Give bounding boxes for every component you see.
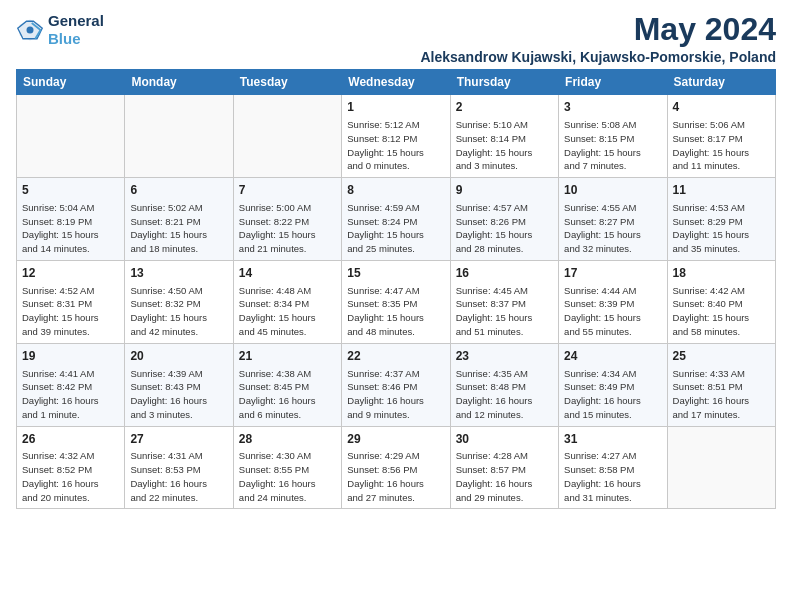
day-info: Sunrise: 5:06 AMSunset: 8:17 PMDaylight:… [673, 118, 770, 173]
calendar-cell: 17Sunrise: 4:44 AMSunset: 8:39 PMDayligh… [559, 260, 667, 343]
day-info: Sunrise: 4:37 AMSunset: 8:46 PMDaylight:… [347, 367, 444, 422]
calendar-cell [17, 95, 125, 178]
day-info: Sunrise: 4:27 AMSunset: 8:58 PMDaylight:… [564, 449, 661, 504]
day-number: 1 [347, 99, 444, 116]
calendar-week-5: 26Sunrise: 4:32 AMSunset: 8:52 PMDayligh… [17, 426, 776, 509]
day-info: Sunrise: 4:48 AMSunset: 8:34 PMDaylight:… [239, 284, 336, 339]
calendar-cell: 11Sunrise: 4:53 AMSunset: 8:29 PMDayligh… [667, 178, 775, 261]
calendar-cell: 29Sunrise: 4:29 AMSunset: 8:56 PMDayligh… [342, 426, 450, 509]
calendar-cell: 2Sunrise: 5:10 AMSunset: 8:14 PMDaylight… [450, 95, 558, 178]
day-info: Sunrise: 4:29 AMSunset: 8:56 PMDaylight:… [347, 449, 444, 504]
day-info: Sunrise: 5:08 AMSunset: 8:15 PMDaylight:… [564, 118, 661, 173]
logo-line2: Blue [48, 30, 81, 47]
day-info: Sunrise: 4:28 AMSunset: 8:57 PMDaylight:… [456, 449, 553, 504]
page: General Blue May 2024 Aleksandrow Kujaws… [0, 0, 792, 612]
day-number: 30 [456, 431, 553, 448]
day-number: 23 [456, 348, 553, 365]
main-title: May 2024 [420, 12, 776, 47]
day-number: 9 [456, 182, 553, 199]
day-info: Sunrise: 5:02 AMSunset: 8:21 PMDaylight:… [130, 201, 227, 256]
calendar-cell: 12Sunrise: 4:52 AMSunset: 8:31 PMDayligh… [17, 260, 125, 343]
calendar-header-thursday: Thursday [450, 70, 558, 95]
calendar-cell: 25Sunrise: 4:33 AMSunset: 8:51 PMDayligh… [667, 343, 775, 426]
calendar-cell: 7Sunrise: 5:00 AMSunset: 8:22 PMDaylight… [233, 178, 341, 261]
calendar-header-row: SundayMondayTuesdayWednesdayThursdayFrid… [17, 70, 776, 95]
day-info: Sunrise: 4:35 AMSunset: 8:48 PMDaylight:… [456, 367, 553, 422]
calendar-cell: 24Sunrise: 4:34 AMSunset: 8:49 PMDayligh… [559, 343, 667, 426]
day-info: Sunrise: 4:33 AMSunset: 8:51 PMDaylight:… [673, 367, 770, 422]
calendar-cell: 8Sunrise: 4:59 AMSunset: 8:24 PMDaylight… [342, 178, 450, 261]
day-number: 28 [239, 431, 336, 448]
day-number: 18 [673, 265, 770, 282]
day-number: 5 [22, 182, 119, 199]
day-number: 15 [347, 265, 444, 282]
day-number: 3 [564, 99, 661, 116]
calendar-header-monday: Monday [125, 70, 233, 95]
calendar-cell: 31Sunrise: 4:27 AMSunset: 8:58 PMDayligh… [559, 426, 667, 509]
calendar-week-3: 12Sunrise: 4:52 AMSunset: 8:31 PMDayligh… [17, 260, 776, 343]
day-info: Sunrise: 5:10 AMSunset: 8:14 PMDaylight:… [456, 118, 553, 173]
logo-line1: General [48, 12, 104, 30]
day-number: 7 [239, 182, 336, 199]
calendar-header-friday: Friday [559, 70, 667, 95]
day-number: 8 [347, 182, 444, 199]
day-number: 17 [564, 265, 661, 282]
day-number: 10 [564, 182, 661, 199]
day-number: 19 [22, 348, 119, 365]
day-number: 20 [130, 348, 227, 365]
day-number: 27 [130, 431, 227, 448]
calendar-header-wednesday: Wednesday [342, 70, 450, 95]
calendar-cell: 13Sunrise: 4:50 AMSunset: 8:32 PMDayligh… [125, 260, 233, 343]
day-info: Sunrise: 4:59 AMSunset: 8:24 PMDaylight:… [347, 201, 444, 256]
calendar-header-saturday: Saturday [667, 70, 775, 95]
calendar-cell: 4Sunrise: 5:06 AMSunset: 8:17 PMDaylight… [667, 95, 775, 178]
logo-icon [16, 16, 44, 44]
day-info: Sunrise: 5:04 AMSunset: 8:19 PMDaylight:… [22, 201, 119, 256]
day-number: 29 [347, 431, 444, 448]
day-info: Sunrise: 4:47 AMSunset: 8:35 PMDaylight:… [347, 284, 444, 339]
day-info: Sunrise: 4:34 AMSunset: 8:49 PMDaylight:… [564, 367, 661, 422]
day-info: Sunrise: 4:44 AMSunset: 8:39 PMDaylight:… [564, 284, 661, 339]
calendar-week-2: 5Sunrise: 5:04 AMSunset: 8:19 PMDaylight… [17, 178, 776, 261]
day-info: Sunrise: 4:38 AMSunset: 8:45 PMDaylight:… [239, 367, 336, 422]
day-info: Sunrise: 5:12 AMSunset: 8:12 PMDaylight:… [347, 118, 444, 173]
calendar-cell: 30Sunrise: 4:28 AMSunset: 8:57 PMDayligh… [450, 426, 558, 509]
calendar-cell: 5Sunrise: 5:04 AMSunset: 8:19 PMDaylight… [17, 178, 125, 261]
calendar: SundayMondayTuesdayWednesdayThursdayFrid… [16, 69, 776, 509]
calendar-cell [667, 426, 775, 509]
day-number: 31 [564, 431, 661, 448]
calendar-cell: 1Sunrise: 5:12 AMSunset: 8:12 PMDaylight… [342, 95, 450, 178]
svg-point-3 [27, 27, 34, 34]
calendar-cell: 10Sunrise: 4:55 AMSunset: 8:27 PMDayligh… [559, 178, 667, 261]
calendar-cell: 15Sunrise: 4:47 AMSunset: 8:35 PMDayligh… [342, 260, 450, 343]
day-info: Sunrise: 4:57 AMSunset: 8:26 PMDaylight:… [456, 201, 553, 256]
day-info: Sunrise: 4:55 AMSunset: 8:27 PMDaylight:… [564, 201, 661, 256]
logo-text: General Blue [48, 12, 104, 48]
calendar-week-1: 1Sunrise: 5:12 AMSunset: 8:12 PMDaylight… [17, 95, 776, 178]
subtitle: Aleksandrow Kujawski, Kujawsko-Pomorskie… [420, 49, 776, 65]
day-number: 12 [22, 265, 119, 282]
day-number: 22 [347, 348, 444, 365]
calendar-cell: 9Sunrise: 4:57 AMSunset: 8:26 PMDaylight… [450, 178, 558, 261]
calendar-cell: 23Sunrise: 4:35 AMSunset: 8:48 PMDayligh… [450, 343, 558, 426]
day-number: 11 [673, 182, 770, 199]
calendar-cell: 22Sunrise: 4:37 AMSunset: 8:46 PMDayligh… [342, 343, 450, 426]
day-number: 14 [239, 265, 336, 282]
day-number: 13 [130, 265, 227, 282]
day-info: Sunrise: 4:53 AMSunset: 8:29 PMDaylight:… [673, 201, 770, 256]
day-info: Sunrise: 4:39 AMSunset: 8:43 PMDaylight:… [130, 367, 227, 422]
calendar-cell: 26Sunrise: 4:32 AMSunset: 8:52 PMDayligh… [17, 426, 125, 509]
calendar-header-tuesday: Tuesday [233, 70, 341, 95]
calendar-cell: 18Sunrise: 4:42 AMSunset: 8:40 PMDayligh… [667, 260, 775, 343]
day-info: Sunrise: 4:45 AMSunset: 8:37 PMDaylight:… [456, 284, 553, 339]
calendar-cell: 6Sunrise: 5:02 AMSunset: 8:21 PMDaylight… [125, 178, 233, 261]
day-number: 21 [239, 348, 336, 365]
day-info: Sunrise: 4:31 AMSunset: 8:53 PMDaylight:… [130, 449, 227, 504]
calendar-cell [125, 95, 233, 178]
day-number: 2 [456, 99, 553, 116]
day-number: 26 [22, 431, 119, 448]
calendar-cell: 19Sunrise: 4:41 AMSunset: 8:42 PMDayligh… [17, 343, 125, 426]
calendar-header-sunday: Sunday [17, 70, 125, 95]
header: General Blue May 2024 Aleksandrow Kujaws… [16, 12, 776, 65]
calendar-cell [233, 95, 341, 178]
